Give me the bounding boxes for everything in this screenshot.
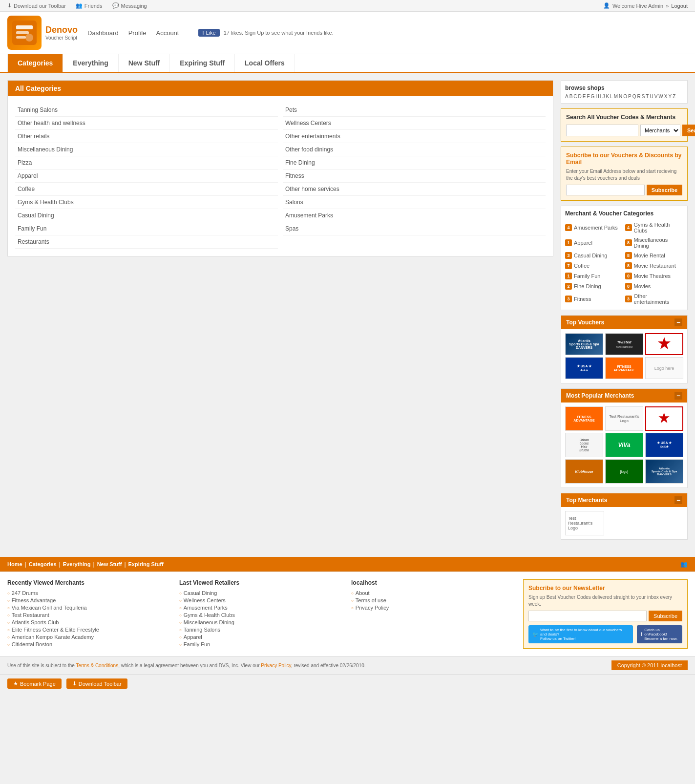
mcat-label[interactable]: Casual Dining: [574, 253, 607, 258]
mcat-label[interactable]: Amusement Parks: [574, 225, 618, 231]
alpha-f[interactable]: F: [587, 94, 590, 99]
cat-other-health[interactable]: Other health and wellness: [15, 117, 278, 130]
logout-link[interactable]: Logout: [671, 3, 688, 9]
last-viewed-item[interactable]: Miscellaneous Dining: [179, 619, 344, 625]
top-vouchers-collapse[interactable]: −: [674, 318, 682, 326]
footer-home-link[interactable]: Home: [7, 561, 22, 567]
newsletter-button[interactable]: Subscribe: [649, 611, 682, 621]
recently-viewed-item[interactable]: American Kempo Karate Academy: [7, 634, 172, 640]
terms-link[interactable]: Terms of use: [351, 597, 516, 603]
last-viewed-item[interactable]: Family Fun: [179, 641, 344, 647]
most-popular-collapse[interactable]: −: [674, 392, 682, 400]
mcat-label[interactable]: Movies: [634, 283, 651, 289]
tab-local-offers[interactable]: Local Offers: [235, 54, 295, 72]
newsletter-input[interactable]: [528, 611, 647, 621]
cat-gyms[interactable]: Gyms & Health Clubs: [15, 196, 278, 209]
voucher-logo-atlantis[interactable]: AtlantisSports Club & SpaDANVERS: [565, 333, 603, 355]
alpha-b[interactable]: B: [569, 94, 573, 99]
merchant-logo-usa[interactable]: ★ USA ★4×4★: [645, 433, 683, 457]
cat-salons[interactable]: Salons: [283, 196, 546, 209]
alpha-a[interactable]: A: [565, 94, 569, 99]
dashboard-link[interactable]: Dashboard: [87, 29, 119, 37]
privacy-link[interactable]: Privacy Policy: [351, 605, 516, 611]
cat-misc-dining[interactable]: Miscellaneous Dining: [15, 143, 278, 156]
merchant-logo-urban[interactable]: UrbanLooksHairStudio: [565, 433, 603, 457]
cat-other-home[interactable]: Other home services: [283, 183, 546, 196]
last-viewed-item[interactable]: Wellness Centers: [179, 597, 344, 603]
merchant-logo-klubhouse[interactable]: KlubHouse: [565, 459, 603, 484]
cat-fitness[interactable]: Fitness: [283, 170, 546, 183]
last-viewed-item[interactable]: Amusement Parks: [179, 605, 344, 611]
recently-viewed-item[interactable]: Fitness Advantage: [7, 597, 172, 603]
recently-viewed-item[interactable]: 247 Drums: [7, 590, 172, 596]
voucher-logo-twisted[interactable]: Twistedtwistedlogic: [605, 333, 643, 355]
alpha-h[interactable]: H: [595, 94, 599, 99]
alpha-o[interactable]: O: [623, 94, 627, 99]
footer-expiring-stuff-link[interactable]: Expiring Stuff: [128, 561, 164, 567]
alpha-q[interactable]: Q: [632, 94, 636, 99]
alpha-y[interactable]: Y: [668, 94, 672, 99]
alpha-r[interactable]: R: [637, 94, 640, 99]
mcat-label[interactable]: Movie Restaurant: [634, 263, 676, 269]
tab-new-stuff[interactable]: New Stuff: [119, 54, 170, 72]
recently-viewed-item[interactable]: Elite Fitness Center & Elite Freestyle: [7, 627, 172, 633]
cat-pizza[interactable]: Pizza: [15, 156, 278, 170]
footer-categories-link[interactable]: Categories: [29, 561, 57, 567]
alpha-u[interactable]: U: [650, 94, 653, 99]
alpha-g[interactable]: G: [591, 94, 595, 99]
subscribe-input[interactable]: [566, 185, 645, 195]
merchant-logo-viva[interactable]: ViVa: [605, 433, 643, 457]
facebook-link[interactable]: f Catch us onFacebook!Become a fan now.: [637, 625, 682, 643]
alpha-z[interactable]: Z: [673, 94, 675, 99]
search-button[interactable]: Search: [682, 125, 695, 136]
alpha-i[interactable]: I: [600, 94, 602, 99]
alpha-k[interactable]: K: [606, 94, 609, 99]
tab-everything[interactable]: Everything: [63, 54, 118, 72]
alpha-x[interactable]: X: [664, 94, 668, 99]
mcat-label[interactable]: Movie Rental: [634, 253, 665, 258]
cat-other-entertainments[interactable]: Other entertainments: [283, 130, 546, 143]
mcat-label[interactable]: Gyms & Health Clubs: [634, 222, 684, 233]
top-merchant-test-restaurant[interactable]: Test Restaurant's Logo: [565, 511, 604, 535]
tab-categories[interactable]: Categories: [7, 54, 63, 72]
tab-expiring-stuff[interactable]: Expiring Stuff: [170, 54, 235, 72]
merchant-logo-star[interactable]: [645, 406, 683, 431]
alpha-m[interactable]: M: [614, 94, 618, 99]
merchant-logo-atlantis[interactable]: AtlantisSports Club & SpaDANVERS: [645, 459, 683, 484]
mcat-label[interactable]: Coffee: [574, 263, 590, 269]
cat-family-fun[interactable]: Family Fun: [15, 222, 278, 235]
profile-link[interactable]: Profile: [128, 29, 147, 37]
search-select[interactable]: Merchants Vouchers: [640, 125, 680, 136]
mcat-label[interactable]: Family Fun: [574, 273, 600, 279]
cat-apparel[interactable]: Apparel: [15, 170, 278, 183]
merchant-logo-test-restaurant[interactable]: Test Restaurant'sLogo: [605, 406, 643, 431]
voucher-logo-star[interactable]: [645, 333, 683, 355]
friends-link[interactable]: 👥 Friends: [76, 2, 103, 9]
alpha-v[interactable]: V: [654, 94, 658, 99]
terms-link[interactable]: Terms & Conditions: [76, 663, 118, 668]
mcat-label[interactable]: Miscellaneous Dining: [634, 237, 684, 249]
bookmark-page-button[interactable]: ★ Boomark Page: [7, 678, 62, 689]
cat-spas[interactable]: Spas: [283, 222, 546, 235]
top-merchants-collapse[interactable]: −: [674, 496, 682, 504]
cat-other-retails[interactable]: Other retails: [15, 130, 278, 143]
alpha-p[interactable]: P: [628, 94, 632, 99]
merchant-logo-fitness[interactable]: FITNESSADVANTAGE: [565, 406, 603, 431]
cat-tanning-salons[interactable]: Tanning Salons: [15, 104, 278, 117]
recently-viewed-item[interactable]: Test Restaurant: [7, 612, 172, 618]
about-link[interactable]: About: [351, 590, 516, 596]
cat-wellness-centers[interactable]: Wellness Centers: [283, 117, 546, 130]
messaging-link[interactable]: 💬 Messaging: [112, 2, 147, 9]
cat-other-food[interactable]: Other food dinings: [283, 143, 546, 156]
footer-everything-link[interactable]: Everything: [63, 561, 91, 567]
cat-fine-dining[interactable]: Fine Dining: [283, 156, 546, 170]
cat-restaurants[interactable]: Restaurants: [15, 235, 278, 249]
cat-casual-dining[interactable]: Casual Dining: [15, 209, 278, 222]
search-input[interactable]: [566, 125, 638, 136]
recently-viewed-item[interactable]: Atlantis Sports Club: [7, 619, 172, 625]
last-viewed-item[interactable]: Tanning Salons: [179, 627, 344, 633]
mcat-label[interactable]: Other entertainments: [634, 293, 684, 305]
alpha-t[interactable]: T: [646, 94, 649, 99]
download-toolbar-link[interactable]: ⬇ Download our Toolbar: [7, 2, 66, 9]
alpha-c[interactable]: C: [573, 94, 577, 99]
